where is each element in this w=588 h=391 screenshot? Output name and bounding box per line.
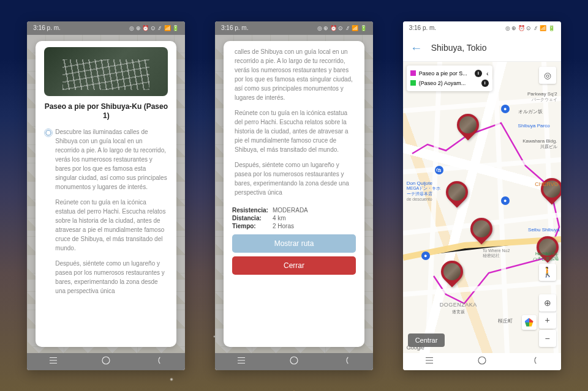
google-maps-link[interactable]: [522, 315, 537, 330]
route-legend: Paseo a pie por S... i ‹ (Paseo 2) Aoyam…: [407, 65, 492, 91]
map-label: Hachiko Sq. ハチ公前広場: [533, 251, 559, 262]
phone-screen-2: 3:16 p. m. ◎ ⊕ ⏰ ⊙ ⫽ 📶 🔋 calles de Shibu…: [215, 21, 373, 370]
route-polyline: [403, 62, 561, 353]
legend-swatch: [410, 80, 416, 86]
info-icon[interactable]: i: [475, 70, 482, 77]
map-label: 道玄坂: [452, 309, 465, 315]
map-label: Don Quijote MEGAドン・キホ ーテ渋谷本店 de descuent…: [407, 181, 441, 203]
system-nav-bar: [403, 353, 561, 370]
status-time: 3:16 p. m.: [221, 24, 248, 31]
map-label: Parkway Sq'2 パークウェイ: [527, 91, 557, 103]
status-bar: 3:16 p. m. ◎ ⊕ ⏰ ⊙ ⫽ 📶 🔋: [215, 21, 373, 35]
svg-point-0: [102, 357, 110, 364]
compass-icon[interactable]: ⊕: [539, 294, 556, 311]
poi-pin[interactable]: 🛍: [435, 166, 443, 174]
route-detail-modal-scrolled: calles de Shibuya con un guía local en u…: [224, 41, 364, 347]
zoom-out-button[interactable]: −: [539, 330, 556, 347]
route-title: Paseo a pie por Shibuya-Ku (Paseo 1): [44, 102, 168, 121]
legend-swatch: [410, 70, 416, 76]
map-label: オルガン坂: [518, 108, 543, 115]
app-top-bar: ← Shibuya, Tokio: [403, 35, 561, 62]
phone-screen-1: 3:16 p. m. ◎ ⊕ ⏰ ⊙ ⫽ 📶 🔋 Paseo a pie por…: [27, 21, 185, 370]
nav-back-icon[interactable]: [153, 355, 164, 368]
nav-recent-icon[interactable]: [236, 355, 247, 368]
chevron-left-icon[interactable]: ‹: [486, 70, 489, 77]
zoom-in-button[interactable]: +: [539, 311, 556, 329]
nav-recent-icon[interactable]: [48, 355, 59, 368]
walk-mode-icon[interactable]: 🚶: [539, 264, 556, 281]
status-bar: 3:16 p. m. ◎ ⊕ ⏰ ⊙ ⫽ 📶 🔋: [27, 21, 185, 35]
map-label: DOGENZAKA: [440, 302, 477, 308]
route-description: Descubre las iluminadas calles de Shibuy…: [44, 127, 168, 341]
phone-screen-3: 3:16 p. m. ◎ ⊕ ⏰ ⊙ ⫽ 📶 🔋 ← Shibuya, Toki…: [403, 21, 561, 370]
screen-title: Shibuya, Tokio: [431, 43, 487, 53]
status-icons: ◎ ⊕ ⏰ ⊙ ⫽ 📶 🔋: [505, 25, 555, 31]
stat-tiempo: Tiempo: 2 Horas: [232, 223, 356, 229]
map-label: Seibu Shibuya: [528, 227, 560, 233]
nav-home-icon[interactable]: [100, 355, 111, 368]
show-route-button[interactable]: Mostrar ruta: [232, 234, 356, 253]
legend-item-2[interactable]: (Paseo 2) Aoyam... i: [410, 78, 489, 88]
status-time: 3:16 p. m.: [409, 24, 436, 31]
nav-home-icon[interactable]: [288, 355, 300, 368]
stat-resistencia: Resistencia: MODERADA: [232, 207, 356, 214]
map-label: 桜丘町: [498, 318, 513, 324]
poi-pin[interactable]: ●: [421, 251, 430, 260]
legend-item-1[interactable]: Paseo a pie por S... i ‹: [410, 69, 489, 78]
google-attribution: Google: [407, 344, 424, 351]
route-detail-modal: Paseo a pie por Shibuya-Ku (Paseo 1) Des…: [36, 41, 176, 347]
nav-back-icon[interactable]: [341, 355, 352, 368]
map[interactable]: ● 🛍 ● ● Parkway Sq'2 パークウェイ オルガン坂 Shibuy…: [403, 62, 561, 353]
map-label: CHERVO: [535, 181, 558, 187]
status-icons: ◎ ⊕ ⏰ ⊙ ⫽ 📶 🔋: [317, 25, 367, 31]
nav-back-icon[interactable]: [529, 355, 540, 368]
locate-me-button[interactable]: ◎: [539, 67, 556, 84]
map-label: To Where No2 秘密結社: [483, 248, 510, 259]
svg-point-1: [290, 357, 298, 364]
stat-distancia: Distancia: 4 km: [232, 215, 356, 222]
map-label: Kawahara Bldg. 川原ビル: [522, 138, 557, 150]
nav-home-icon[interactable]: [477, 355, 488, 368]
poi-pin[interactable]: ●: [501, 196, 510, 205]
back-arrow-icon[interactable]: ←: [410, 41, 423, 55]
close-button[interactable]: Cerrar: [232, 256, 356, 275]
route-hero-image: [44, 47, 168, 96]
nav-recent-icon[interactable]: [424, 355, 435, 368]
system-nav-bar: [215, 353, 373, 370]
info-icon[interactable]: i: [481, 80, 489, 87]
status-bar: 3:16 p. m. ◎ ⊕ ⏰ ⊙ ⫽ 📶 🔋: [403, 21, 561, 35]
poi-pin[interactable]: ●: [501, 105, 510, 113]
svg-point-2: [478, 357, 486, 364]
status-icons: ◎ ⊕ ⏰ ⊙ ⫽ 📶 🔋: [129, 25, 179, 31]
route-description: calles de Shibuya con un guía local en u…: [232, 47, 356, 203]
map-label: Shibuya Parco: [518, 123, 550, 128]
system-nav-bar: [27, 353, 185, 370]
status-time: 3:16 p. m.: [33, 24, 60, 31]
